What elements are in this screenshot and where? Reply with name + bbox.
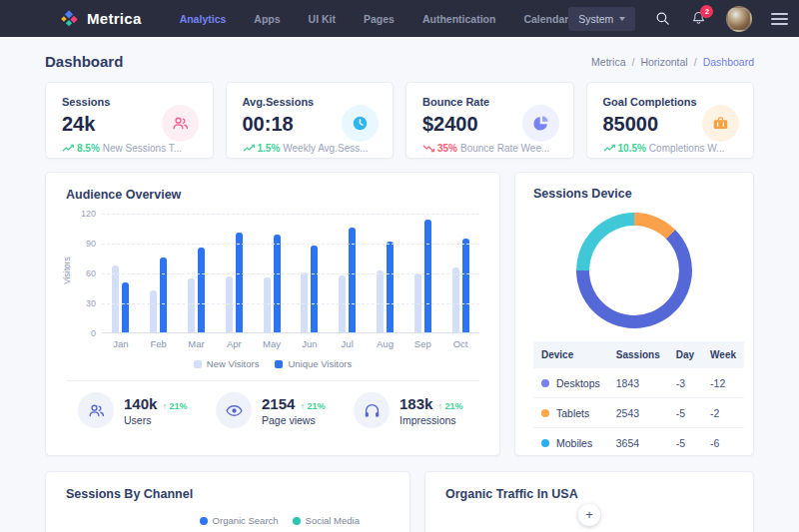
bar-new-visitors[interactable] <box>377 270 384 332</box>
users-icon <box>162 105 199 142</box>
bar-new-visitors[interactable] <box>264 277 271 332</box>
search-button[interactable] <box>654 10 671 27</box>
audience-stat-pct: ↑ 21% <box>300 401 325 411</box>
sessions-by-channel-card: Sessions By Channel Organic SearchSocial… <box>45 471 410 532</box>
gridline <box>102 214 479 215</box>
legend-item-social-media[interactable]: Social Media <box>293 515 360 526</box>
sessions-by-channel-title: Sessions By Channel <box>66 487 390 501</box>
device-table: DeviceSassionsDayWeek Desktops1843-3-12T… <box>533 341 744 456</box>
breadcrumb-separator: / <box>694 56 697 68</box>
bar-new-visitors[interactable] <box>112 266 119 332</box>
device-day: -5 <box>668 398 702 428</box>
audience-stat-users: 140k ↑ 21% Users <box>66 392 204 428</box>
device-table-header: Day <box>668 341 702 368</box>
bar-new-visitors[interactable] <box>188 278 195 332</box>
nav-item-pages[interactable]: Pages <box>364 13 395 25</box>
x-tick: Jan <box>102 338 140 349</box>
nav-item-authentication[interactable]: Authentication <box>422 13 496 25</box>
stat-card-sessions[interactable]: Sessions 24k 8.5% New Sessions T... <box>45 82 214 159</box>
device-day: -5 <box>668 428 702 457</box>
stat-pct: 1.5% <box>258 143 281 154</box>
table-row-desktops[interactable]: Desktops1843-3-12 <box>533 368 744 398</box>
legend-label: Unique Visitors <box>288 358 352 369</box>
stat-desc-text: Weekly Avg.Sess... <box>283 143 368 154</box>
x-tick: Apr <box>215 338 253 349</box>
table-row-mobiles[interactable]: Mobiles3654-5-6 <box>533 428 744 457</box>
system-dropdown[interactable]: System <box>568 7 635 31</box>
sessions-device-donut-chart[interactable] <box>576 213 692 328</box>
device-sassions: 3654 <box>608 428 668 457</box>
bar-unique-visitors[interactable] <box>462 239 469 332</box>
bar-unique-visitors[interactable] <box>387 242 394 332</box>
bar-unique-visitors[interactable] <box>274 235 281 332</box>
x-tick: Jun <box>291 338 329 349</box>
bar-new-visitors[interactable] <box>150 290 157 332</box>
trend-down-icon <box>422 144 434 153</box>
breadcrumb-separator: / <box>632 56 635 68</box>
bar-unique-visitors[interactable] <box>424 220 431 332</box>
headphones-icon <box>354 392 390 428</box>
brand-logo[interactable]: Metrica <box>58 8 142 30</box>
legend-item-unique-visitors[interactable]: Unique Visitors <box>275 358 352 369</box>
legend-marker <box>200 517 208 525</box>
legend-label: Social Media <box>306 515 360 526</box>
map-zoom-in-button[interactable]: + <box>578 504 600 526</box>
bar-unique-visitors[interactable] <box>236 233 243 332</box>
stat-card-avg-sessions[interactable]: Avg.Sessions 00:18 1.5% Weekly Avg.Sess.… <box>226 82 395 159</box>
stat-desc-text: Bounce Rate Wee... <box>460 143 549 154</box>
topbar: Metrica AnalyticsAppsUI KitPagesAuthenti… <box>0 0 799 37</box>
y-tick: 30 <box>86 298 96 308</box>
device-week: -12 <box>702 368 744 398</box>
notifications-button[interactable]: 2 <box>690 10 707 27</box>
device-dot-icon <box>541 409 549 417</box>
device-table-header: Week <box>702 341 744 368</box>
legend-item-organic-search[interactable]: Organic Search <box>200 515 279 526</box>
bar-new-visitors[interactable] <box>452 267 459 332</box>
organic-traffic-title: Organic Traffic In USA <box>445 487 733 501</box>
page-header: Dashboard Metrica/Horizontal/Dashboard <box>0 37 799 82</box>
device-table-header: Device <box>533 341 608 368</box>
breadcrumb-item-metrica[interactable]: Metrica <box>591 56 625 68</box>
device-name: Mobiles <box>556 437 592 449</box>
y-axis-ticks: 0306090120 <box>78 214 102 333</box>
breadcrumb: Metrica/Horizontal/Dashboard <box>591 56 754 68</box>
bar-new-visitors[interactable] <box>226 276 233 332</box>
nav-item-analytics[interactable]: Analytics <box>180 13 227 25</box>
legend-item-new-visitors[interactable]: New Visitors <box>194 358 260 369</box>
y-tick: 60 <box>86 268 96 278</box>
brand-name: Metrica <box>87 10 142 27</box>
device-dot-icon <box>541 439 549 447</box>
legend-label: Organic Search <box>213 515 279 526</box>
device-sassions: 1843 <box>608 368 668 398</box>
nav-item-apps[interactable]: Apps <box>254 13 280 25</box>
bar-unique-visitors[interactable] <box>198 248 205 332</box>
stat-pct: 10.5% <box>618 143 646 154</box>
stat-card-bounce-rate[interactable]: Bounce Rate $2400 35% Bounce Rate Wee... <box>405 82 574 159</box>
bottom-row: Sessions By Channel Organic SearchSocial… <box>45 471 754 532</box>
eye-icon <box>216 392 252 428</box>
audience-stat-value: 140k <box>124 395 157 412</box>
stat-desc-text: Completions W... <box>649 143 725 154</box>
device-week: -6 <box>702 428 744 457</box>
search-icon <box>654 10 671 27</box>
nav-item-calendar[interactable]: Calendar <box>523 13 568 25</box>
user-avatar[interactable] <box>726 6 752 32</box>
audience-stat-value: 2154 <box>262 395 295 412</box>
table-row-tablets[interactable]: Tablets2543-5-2 <box>533 398 744 428</box>
nav-item-ui-kit[interactable]: UI Kit <box>309 13 336 25</box>
stat-card-goal-completions[interactable]: Goal Completions 85000 10.5% Completions… <box>586 82 755 159</box>
menu-toggle-icon[interactable] <box>771 13 788 25</box>
bar-unique-visitors[interactable] <box>122 282 129 332</box>
audience-stat-pageviews: 2154 ↑ 21% Page views <box>204 392 342 428</box>
audience-bar-chart[interactable]: Visitors 0306090120 JanFebMarAprMayJunJu… <box>66 214 479 349</box>
bar-unique-visitors[interactable] <box>160 258 167 332</box>
stat-description: 10.5% Completions W... <box>603 143 738 154</box>
breadcrumb-item-horizontal[interactable]: Horizontal <box>640 56 687 68</box>
page-title: Dashboard <box>45 53 123 70</box>
breadcrumb-item-dashboard[interactable]: Dashboard <box>703 56 754 68</box>
audience-overview-card: Audience Overview Visitors 0306090120 Ja… <box>45 172 500 456</box>
bar-new-visitors[interactable] <box>301 272 308 332</box>
stat-pct: 8.5% <box>77 143 100 154</box>
audience-stats-row: 140k ↑ 21% Users 2154 ↑ 21% Page views <box>66 380 479 428</box>
bar-unique-visitors[interactable] <box>311 246 318 332</box>
